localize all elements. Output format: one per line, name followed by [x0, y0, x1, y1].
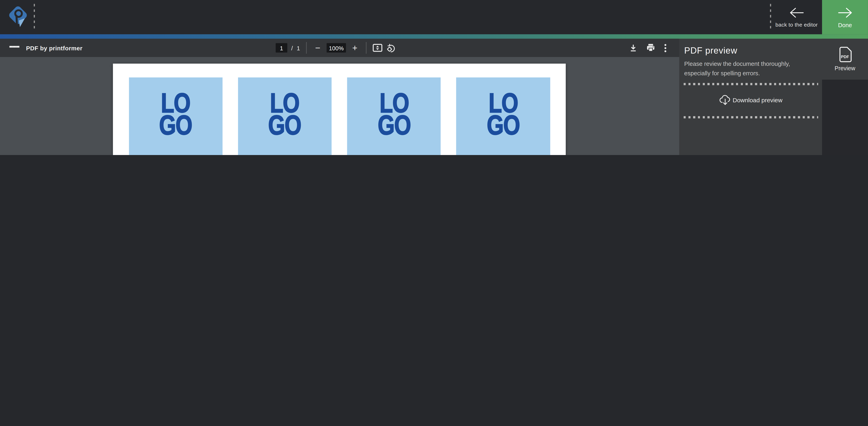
rotate-button[interactable] [386, 43, 396, 53]
panel-title: PDF preview [684, 46, 738, 56]
document-title: PDF by printformer [26, 39, 83, 57]
download-icon [629, 43, 638, 52]
done-button[interactable]: Done [822, 0, 868, 34]
arrow-right-icon [837, 6, 853, 19]
card-logo-line2: GO [487, 114, 520, 136]
panel-description-line2: especially for spelling errors. [684, 68, 790, 77]
rotate-icon [386, 43, 396, 53]
done-label: Done [838, 21, 852, 28]
more-options-icon[interactable] [663, 43, 667, 52]
pdf-page: LO GO Insert your text here... LO GO Ins… [113, 64, 565, 155]
page-number-input[interactable] [276, 43, 287, 53]
card-logo-line2: GO [159, 114, 192, 136]
zoom-level-value[interactable]: 100% [327, 43, 346, 53]
page-total: 1 [297, 45, 300, 51]
print-button[interactable] [646, 43, 655, 53]
card-logo: LO GO [483, 92, 524, 136]
panel-description-line1: Please review the document thoroughly, [684, 59, 790, 68]
zoom-in-button[interactable]: + [350, 42, 360, 54]
toolbar-center-controls: / 1 − 100% + [276, 39, 396, 57]
label-card: LO GO Insert your text here... [129, 77, 222, 155]
tab-preview[interactable]: PDF Preview [822, 39, 868, 79]
topbar-divider [34, 4, 35, 31]
panel-description: Please review the document thoroughly, e… [684, 59, 790, 78]
download-preview-label: Download preview [733, 97, 782, 104]
svg-text:PDF: PDF [841, 55, 849, 59]
page-fit-button[interactable] [373, 44, 382, 52]
card-logo: LO GO [155, 92, 196, 136]
toolbar-separator [306, 42, 307, 54]
download-preview-button[interactable]: Download preview [679, 94, 822, 107]
page-fit-icon [373, 44, 382, 52]
sidebar-toggle-icon[interactable] [9, 43, 19, 52]
tab-preview-label: Preview [835, 65, 855, 72]
pdf-viewer-area: LO GO Insert your text here... LO GO Ins… [0, 57, 679, 155]
zoom-out-button[interactable]: − [313, 42, 322, 54]
label-card: LO GO Insert your text here... [238, 77, 332, 155]
back-to-editor-label: back to the editor [775, 22, 818, 28]
toolbar-right-controls [629, 39, 667, 57]
toolbar-separator [366, 42, 367, 54]
label-card: LO GO Insert your text here... [456, 77, 550, 155]
top-bar: back to the editor Done [0, 0, 868, 34]
print-icon [646, 43, 655, 53]
pdf-toolbar: PDF by printformer / 1 − 100% + [0, 39, 679, 57]
printformer-logo-icon [7, 5, 29, 30]
card-logo: LO GO [373, 92, 414, 136]
card-logo-line2: GO [378, 114, 410, 136]
dashed-separator [683, 83, 818, 85]
app-window: back to the editor Done PDF by printform… [0, 0, 868, 155]
label-card: LO GO Insert your text here... [347, 77, 441, 155]
page-divider: / [291, 45, 293, 51]
progress-bar [0, 34, 868, 39]
right-tab-strip: PDF Preview [822, 39, 868, 155]
download-button[interactable] [629, 43, 638, 52]
card-logo-line2: GO [268, 114, 301, 136]
dashed-separator [683, 117, 818, 119]
back-to-editor-button[interactable]: back to the editor [771, 0, 822, 34]
arrow-left-icon [788, 7, 805, 19]
card-logo: LO GO [264, 92, 305, 136]
cloud-download-icon [718, 94, 732, 106]
pdf-preview-panel: PDF preview Please review the document t… [679, 39, 822, 155]
pdf-file-icon: PDF [838, 47, 852, 63]
